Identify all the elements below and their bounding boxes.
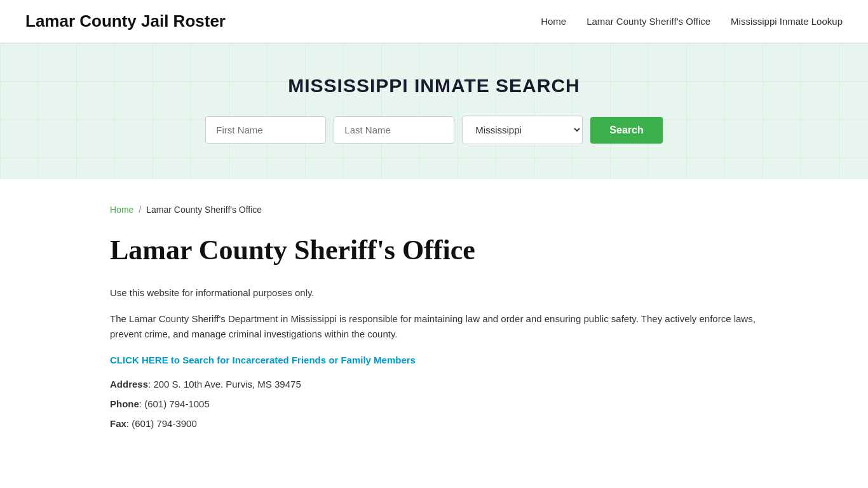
breadcrumb-separator: / [139,205,141,215]
site-logo-link[interactable]: Lamar County Jail Roster [25,11,226,31]
first-name-input[interactable] [205,116,326,144]
search-button[interactable]: Search [590,117,662,144]
phone-value: (601) 794-1005 [144,398,210,409]
description-text: The Lamar County Sheriff's Department in… [110,311,758,343]
nav-home[interactable]: Home [541,16,566,27]
cta-paragraph: CLICK HERE to Search for Incarcerated Fr… [110,353,758,369]
main-content: Home / Lamar County Sheriff's Office Lam… [85,179,783,476]
state-select[interactable]: AlabamaAlaskaArizonaArkansasCaliforniaCo… [462,116,583,144]
address-label: Address [110,379,148,390]
main-nav: Home Lamar County Sheriff's Office Missi… [541,16,843,27]
page-title: Lamar County Sheriff's Office [110,234,758,268]
cta-link[interactable]: CLICK HERE to Search for Incarcerated Fr… [110,355,416,365]
fax-row: Fax: (601) 794-3900 [110,418,758,429]
site-header: Lamar County Jail Roster Home Lamar Coun… [0,0,868,43]
disclaimer-text: Use this website for informational purpo… [110,285,758,301]
address-row: Address: 200 S. 10th Ave. Purvis, MS 394… [110,379,758,390]
phone-label: Phone [110,398,139,409]
last-name-input[interactable] [334,116,454,144]
banner-title: MISSISSIPPI INMATE SEARCH [13,75,855,97]
breadcrumb-current: Lamar County Sheriff's Office [146,205,262,215]
inmate-search-form: AlabamaAlaskaArizonaArkansasCaliforniaCo… [13,116,855,144]
nav-sheriffs-office[interactable]: Lamar County Sheriff's Office [587,16,710,27]
fax-value: (601) 794-3900 [132,418,197,429]
fax-label: Fax [110,418,126,429]
phone-row: Phone: (601) 794-1005 [110,398,758,409]
address-value: 200 S. 10th Ave. Purvis, MS 39475 [153,379,301,390]
breadcrumb: Home / Lamar County Sheriff's Office [110,205,758,215]
search-banner: MISSISSIPPI INMATE SEARCH AlabamaAlaskaA… [0,43,868,179]
nav-inmate-lookup[interactable]: Mississippi Inmate Lookup [731,16,843,27]
breadcrumb-home-link[interactable]: Home [110,205,133,215]
